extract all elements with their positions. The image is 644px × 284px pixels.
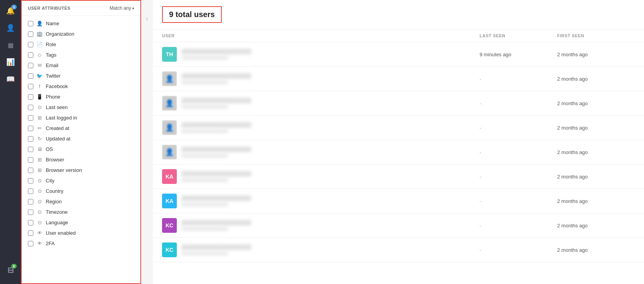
attr-checkbox-tags[interactable] <box>28 52 33 58</box>
attr-checkbox-email[interactable] <box>28 63 33 68</box>
table-row[interactable]: 👤 - 2 months ago <box>153 67 644 91</box>
user-avatar: 👤 <box>162 120 177 135</box>
users-rows: TH 9 minutes ago 2 months ago 👤 - 2 mont… <box>153 42 644 262</box>
attr-item-language[interactable]: ⊙ Language <box>22 217 140 228</box>
attr-checkbox-region[interactable] <box>28 199 33 204</box>
attr-icon-facebook: f <box>36 83 43 89</box>
attr-item-country[interactable]: ⊙ Country <box>22 186 140 196</box>
analytics-nav-icon[interactable]: ▦ <box>3 37 18 53</box>
last-seen-cell: - <box>480 174 557 180</box>
attr-checkbox-last-logged-in[interactable] <box>28 115 33 121</box>
last-seen-cell: - <box>480 198 557 204</box>
table-row[interactable]: 👤 - 2 months ago <box>153 116 644 140</box>
attr-checkbox-role[interactable] <box>28 42 33 47</box>
table-row[interactable]: 👤 - 2 months ago <box>153 91 644 116</box>
last-seen-cell: - <box>480 223 557 229</box>
attr-label-user-enabled: User enabled <box>46 230 76 236</box>
attr-checkbox-user-enabled[interactable] <box>28 230 33 236</box>
attr-item-last-seen[interactable]: ⊙ Last seen <box>22 102 140 113</box>
table-row[interactable]: 👤 - 2 months ago <box>153 140 644 165</box>
attr-item-browser[interactable]: ⊞ Browser <box>22 154 140 165</box>
first-seen-cell: 2 months ago <box>557 76 635 82</box>
attr-icon-tags: ◇ <box>36 52 43 58</box>
attr-item-browser-version[interactable]: ⊞ Browser version <box>22 165 140 175</box>
user-info <box>181 220 251 231</box>
attr-icon-updated-at: ↻ <box>36 136 43 142</box>
attr-label-last-seen: Last seen <box>46 104 67 110</box>
attr-checkbox-organization[interactable] <box>28 31 33 37</box>
bar-chart-nav-icon[interactable]: 📊 <box>3 54 18 70</box>
attr-label-organization: Organization <box>46 31 74 37</box>
attr-label-timezone: Timezone <box>46 209 68 215</box>
attr-item-timezone[interactable]: ⊙ Timezone <box>22 207 140 217</box>
attr-label-name: Name <box>46 21 59 26</box>
attr-checkbox-last-seen[interactable] <box>28 105 33 110</box>
attr-label-last-logged-in: Last logged in <box>46 115 77 121</box>
attr-item-name[interactable]: 👤 Name <box>22 18 140 29</box>
attr-checkbox-browser[interactable] <box>28 157 33 163</box>
user-cell: 👤 <box>162 96 480 111</box>
attr-checkbox-browser-version[interactable] <box>28 168 33 173</box>
table-row[interactable]: TH 9 minutes ago 2 months ago <box>153 42 644 67</box>
attr-checkbox-2fa[interactable] <box>28 241 33 246</box>
table-row[interactable]: KC - 2 months ago <box>153 213 644 238</box>
user-name-blurred <box>181 196 251 201</box>
user-name-blurred <box>181 49 251 54</box>
attr-item-os[interactable]: 🖥 OS <box>22 144 140 154</box>
attr-item-role[interactable]: 📄 Role <box>22 39 140 50</box>
users-table: USER LAST SEEN FIRST SEEN TH 9 minutes a… <box>153 29 644 284</box>
user-sub-blurred <box>181 251 228 255</box>
table-row[interactable]: KC - 2 months ago <box>153 238 644 262</box>
notification-nav-icon[interactable]: 🔔 1 <box>3 3 18 19</box>
attr-item-created-at[interactable]: ✏ Created at <box>22 123 140 133</box>
col-last-seen: LAST SEEN <box>480 33 557 38</box>
contacts-nav-icon[interactable]: 👤 <box>3 20 18 36</box>
attr-item-2fa[interactable]: 👁 2FA <box>22 238 140 249</box>
attr-icon-browser-version: ⊞ <box>36 167 43 173</box>
last-seen-cell: - <box>480 76 557 82</box>
attr-checkbox-created-at[interactable] <box>28 126 33 131</box>
attr-item-updated-at[interactable]: ↻ Updated at <box>22 133 140 144</box>
user-avatar: KA <box>162 169 177 184</box>
attr-checkbox-phone[interactable] <box>28 94 33 100</box>
attr-checkbox-name[interactable] <box>28 21 33 26</box>
attr-icon-last-logged-in: ⊞ <box>36 115 43 121</box>
attr-checkbox-twitter[interactable] <box>28 73 33 79</box>
attr-checkbox-city[interactable] <box>28 178 33 184</box>
attr-item-organization[interactable]: 🏢 Organization <box>22 29 140 39</box>
user-name-blurred <box>181 122 251 128</box>
attr-item-region[interactable]: ⊙ Region <box>22 196 140 207</box>
attr-item-last-logged-in[interactable]: ⊞ Last logged in <box>22 113 140 123</box>
table-row[interactable]: KA - 2 months ago <box>153 189 644 213</box>
attr-item-user-enabled[interactable]: 👁 User enabled <box>22 228 140 238</box>
attr-icon-region: ⊙ <box>36 199 43 204</box>
table-row[interactable]: KA - 2 months ago <box>153 165 644 189</box>
user-cell: KC <box>162 218 480 233</box>
attr-label-tags: Tags <box>46 52 56 58</box>
stacked-nav-icon[interactable]: ⊟ 6 <box>3 262 18 278</box>
sidebar-header: USER ATTRIBUTES Match any <box>22 1 140 16</box>
attr-checkbox-country[interactable] <box>28 189 33 194</box>
user-avatar: 👤 <box>162 145 177 159</box>
attr-checkbox-facebook[interactable] <box>28 84 33 89</box>
attr-item-tags[interactable]: ◇ Tags <box>22 50 140 60</box>
attr-item-twitter[interactable]: 🐦 Twitter <box>22 71 140 81</box>
attr-item-email[interactable]: ✉ Email <box>22 60 140 71</box>
user-avatar: 👤 <box>162 96 177 111</box>
first-seen-cell: 2 months ago <box>557 174 635 180</box>
attr-item-phone[interactable]: 📱 Phone <box>22 92 140 102</box>
attr-item-facebook[interactable]: f Facebook <box>22 81 140 92</box>
attr-item-city[interactable]: ⊙ City <box>22 175 140 186</box>
user-info <box>181 147 251 158</box>
book-nav-icon[interactable]: 📖 <box>3 71 18 87</box>
attr-checkbox-os[interactable] <box>28 147 33 152</box>
match-any-button[interactable]: Match any <box>110 5 134 11</box>
attr-checkbox-language[interactable] <box>28 220 33 225</box>
attr-label-phone: Phone <box>46 94 60 100</box>
attr-checkbox-timezone[interactable] <box>28 210 33 215</box>
col-first-seen: FIRST SEEN <box>557 33 635 38</box>
attr-icon-os: 🖥 <box>36 146 43 152</box>
attr-label-created-at: Created at <box>46 125 69 131</box>
attr-checkbox-updated-at[interactable] <box>28 136 33 142</box>
attr-icon-organization: 🏢 <box>36 31 43 37</box>
